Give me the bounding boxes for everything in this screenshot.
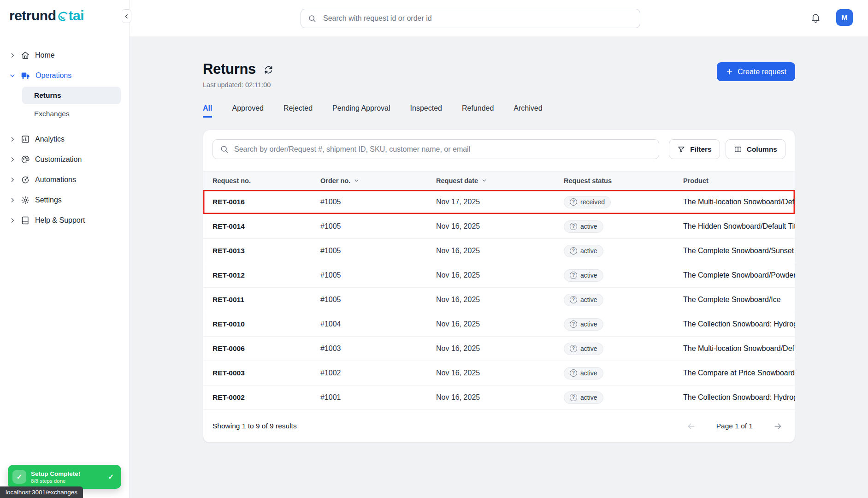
check-icon: ✓ xyxy=(108,473,114,481)
question-circle-icon: ? xyxy=(570,345,577,352)
table-row[interactable]: RET-0013#1005Nov 16, 2025?activeThe Comp… xyxy=(203,239,795,263)
sidebar-nav: Home Operations Returns Exchanges Analyt… xyxy=(0,44,129,231)
table-controls: Filters Columns xyxy=(203,130,795,159)
table-row[interactable]: RET-0011#1005Nov 16, 2025?activeThe Comp… xyxy=(203,288,795,312)
columns-button[interactable]: Columns xyxy=(726,139,785,159)
search-icon xyxy=(219,144,229,156)
tab-approved[interactable]: Approved xyxy=(232,104,264,118)
sidebar-item-analytics[interactable]: Analytics xyxy=(6,130,124,148)
page-title: Returns xyxy=(203,61,256,77)
table-search-input[interactable] xyxy=(213,139,659,159)
last-updated: Last updated: 02:11:00 xyxy=(203,81,273,89)
chevron-right-icon xyxy=(9,217,16,224)
tab-archived[interactable]: Archived xyxy=(514,104,542,118)
sidebar-item-automations[interactable]: Automations xyxy=(6,171,124,189)
brand-logo[interactable]: retrund tai xyxy=(9,8,84,24)
global-search-input[interactable] xyxy=(301,9,640,28)
tab-inspected[interactable]: Inspected xyxy=(410,104,442,118)
table-row[interactable]: RET-0012#1005Nov 16, 2025?activeThe Comp… xyxy=(203,263,795,288)
table-row[interactable]: RET-0016#1005Nov 17, 2025?receivedThe Mu… xyxy=(203,190,795,214)
question-circle-icon: ? xyxy=(570,296,577,303)
cell-request-date: Nov 17, 2025 xyxy=(436,198,564,206)
table-search xyxy=(213,139,659,159)
question-circle-icon: ? xyxy=(570,272,577,279)
filters-label: Filters xyxy=(690,145,712,154)
chevron-right-icon xyxy=(9,177,16,183)
book-icon xyxy=(21,216,30,225)
setup-toast[interactable]: ✓ Setup Complete! 8/8 steps done ✓ xyxy=(8,465,121,489)
tab-all[interactable]: All xyxy=(203,104,212,118)
notifications-bell-icon[interactable] xyxy=(810,12,821,25)
table-row[interactable]: RET-0010#1004Nov 16, 2025?activeThe Coll… xyxy=(203,312,795,337)
next-page-arrow-icon[interactable] xyxy=(773,421,783,431)
tabs: AllApprovedRejectedPending ApprovalInspe… xyxy=(203,104,795,118)
cell-product: The Multi-location Snowboard/Def xyxy=(683,344,795,353)
cell-request-no: RET-0012 xyxy=(213,271,320,279)
chevron-down-icon xyxy=(9,72,16,79)
column-header-order-no[interactable]: Order no. xyxy=(320,177,436,184)
sidebar-item-label: Settings xyxy=(35,196,62,204)
cell-product: The Complete Snowboard/Sunset xyxy=(683,247,795,255)
cell-product: The Compare at Price Snowboard/ xyxy=(683,369,795,377)
table-row[interactable]: RET-0014#1005Nov 16, 2025?activeThe Hidd… xyxy=(203,214,795,239)
table-footer: Showing 1 to 9 of 9 results Page 1 of 1 xyxy=(203,410,795,442)
cell-request-status: ?active xyxy=(564,343,683,355)
prev-page-arrow-icon[interactable] xyxy=(686,421,696,431)
cell-request-status: ?active xyxy=(564,269,683,282)
cell-order-no: #1003 xyxy=(320,344,436,353)
cell-request-status: ?active xyxy=(564,391,683,404)
sidebar-item-help-support[interactable]: Help & Support xyxy=(6,211,124,230)
cell-request-date: Nov 16, 2025 xyxy=(436,222,564,231)
sort-chevron-icon xyxy=(481,178,487,184)
cell-request-status: ?active xyxy=(564,318,683,331)
filters-button[interactable]: Filters xyxy=(669,139,720,159)
status-badge: ?active xyxy=(564,391,603,404)
column-header-label: Request date xyxy=(436,177,478,184)
cell-request-date: Nov 16, 2025 xyxy=(436,271,564,279)
status-badge: ?active xyxy=(564,318,603,331)
table-row[interactable]: RET-0002#1001Nov 16, 2025?activeThe Coll… xyxy=(203,385,795,410)
sidebar-item-operations[interactable]: Operations xyxy=(6,66,124,85)
search-icon xyxy=(307,14,317,25)
pagination: Page 1 of 1 xyxy=(686,421,783,431)
tab-refunded[interactable]: Refunded xyxy=(462,104,494,118)
cell-request-no: RET-0003 xyxy=(213,369,320,377)
tab-pending-approval[interactable]: Pending Approval xyxy=(332,104,390,118)
status-badge: ?active xyxy=(564,343,603,355)
cell-request-no: RET-0016 xyxy=(213,198,320,206)
status-badge: ?active xyxy=(564,367,603,379)
table-row[interactable]: RET-0003#1002Nov 16, 2025?activeThe Comp… xyxy=(203,361,795,385)
chevron-right-icon xyxy=(9,156,16,163)
check-icon: ✓ xyxy=(12,470,26,484)
user-avatar[interactable]: M xyxy=(836,9,853,26)
sidebar-item-exchanges[interactable]: Exchanges xyxy=(22,105,121,123)
column-header-request-date[interactable]: Request date xyxy=(436,177,564,184)
refresh-icon[interactable] xyxy=(264,65,273,75)
table-body: RET-0016#1005Nov 17, 2025?receivedThe Mu… xyxy=(203,190,795,410)
sidebar-item-home[interactable]: Home xyxy=(6,46,124,65)
column-header-label: Request status xyxy=(564,177,612,184)
tab-rejected[interactable]: Rejected xyxy=(283,104,313,118)
cell-request-date: Nov 16, 2025 xyxy=(436,393,564,402)
cell-request-date: Nov 16, 2025 xyxy=(436,247,564,255)
table-row[interactable]: RET-0006#1003Nov 16, 2025?activeThe Mult… xyxy=(203,337,795,361)
question-circle-icon: ? xyxy=(570,369,577,377)
browser-status-url: localhost:3001/exchanges xyxy=(0,486,83,498)
sidebar-item-customization[interactable]: Customization xyxy=(6,150,124,169)
cell-product: The Complete Snowboard/Ice xyxy=(683,296,795,304)
funnel-icon xyxy=(677,145,685,154)
column-header-request-no: Request no. xyxy=(213,177,320,184)
results-summary: Showing 1 to 9 of 9 results xyxy=(213,422,297,430)
cell-request-date: Nov 16, 2025 xyxy=(436,296,564,304)
automation-loop-icon xyxy=(21,175,30,184)
create-request-button[interactable]: Create request xyxy=(717,62,795,81)
sort-chevron-icon xyxy=(354,178,360,184)
cell-request-date: Nov 16, 2025 xyxy=(436,369,564,377)
sidebar-collapse-button[interactable] xyxy=(122,9,131,23)
sidebar-item-returns[interactable]: Returns xyxy=(22,87,121,104)
cell-product: The Hidden Snowboard/Default Tit xyxy=(683,222,795,231)
sidebar-item-settings[interactable]: Settings xyxy=(6,191,124,209)
cell-request-status: ?active xyxy=(564,220,683,233)
returns-card: Filters Columns Request no.Order no.Requ… xyxy=(203,130,795,443)
global-search xyxy=(301,9,640,28)
